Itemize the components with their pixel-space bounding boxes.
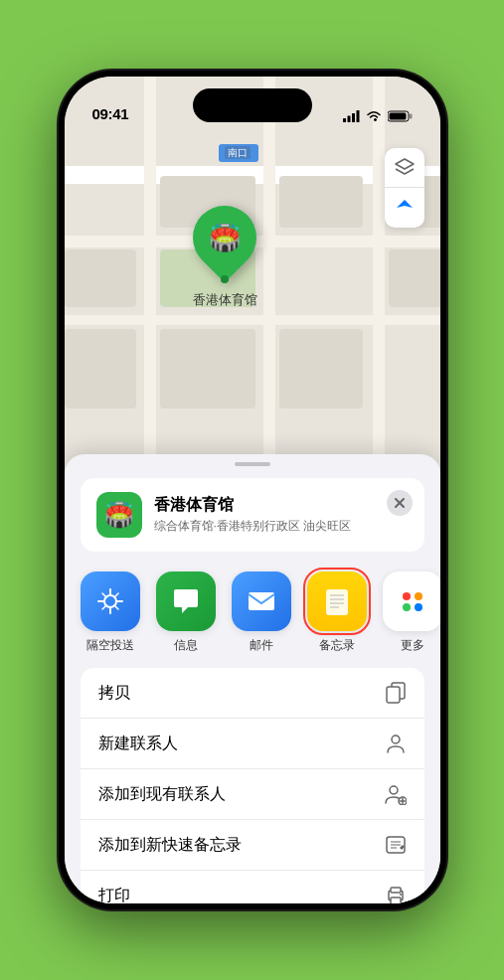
- quick-notes-icon: [385, 834, 407, 856]
- more-apps[interactable]: 更多: [383, 572, 440, 654]
- svg-rect-1: [347, 116, 350, 123]
- airdrop-icon: [94, 585, 126, 617]
- phone-frame: 09:41: [59, 71, 446, 909]
- action-quick-notes[interactable]: 添加到新快速备忘录: [81, 820, 424, 871]
- close-icon: [395, 498, 405, 508]
- battery-icon: [388, 110, 413, 122]
- venue-name: 香港体育馆: [154, 495, 409, 516]
- signal-icon: [343, 110, 360, 122]
- svg-rect-6: [389, 113, 406, 120]
- svg-rect-3: [356, 110, 359, 122]
- copy-icon: [385, 682, 407, 704]
- venue-card: 🏟️ 香港体育馆 综合体育馆·香港特别行政区 油尖旺区: [81, 478, 424, 552]
- mail-label: 邮件: [250, 637, 273, 654]
- airdrop-label: 隔空投送: [86, 637, 134, 654]
- venue-info: 香港体育馆 综合体育馆·香港特别行政区 油尖旺区: [154, 495, 409, 535]
- location-arrow-icon: [395, 198, 415, 218]
- print-icon: [385, 885, 407, 903]
- quick-notes-label: 添加到新快速备忘录: [98, 835, 242, 856]
- pin-label: 香港体育馆: [193, 291, 257, 309]
- svg-rect-5: [410, 114, 413, 119]
- action-add-contact[interactable]: 添加到现有联系人: [81, 769, 424, 820]
- share-app-messages[interactable]: 信息: [156, 572, 216, 654]
- venue-icon: 🏟️: [96, 492, 142, 538]
- svg-rect-0: [343, 118, 346, 122]
- action-print[interactable]: 打印: [81, 871, 424, 903]
- action-list: 拷贝 新建联系人 添加到现有联系人: [81, 668, 424, 903]
- svg-point-30: [400, 894, 402, 896]
- share-app-mail[interactable]: 邮件: [232, 572, 291, 654]
- svg-rect-29: [391, 888, 401, 893]
- dynamic-island: [193, 88, 312, 122]
- mail-icon: [246, 585, 277, 617]
- svg-rect-17: [387, 687, 400, 703]
- more-apps-label: 更多: [401, 637, 424, 654]
- print-label: 打印: [98, 886, 130, 904]
- share-apps-row: 隔空投送 信息: [65, 564, 440, 658]
- messages-label: 信息: [174, 637, 198, 654]
- notes-label: 备忘录: [319, 637, 355, 654]
- close-button[interactable]: [387, 490, 413, 516]
- new-contact-icon: [385, 733, 407, 754]
- svg-rect-11: [326, 589, 348, 615]
- bottom-sheet: 🏟️ 香港体育馆 综合体育馆·香港特别行政区 油尖旺区: [65, 454, 440, 903]
- svg-point-18: [392, 735, 400, 743]
- notes-icon: [321, 585, 353, 617]
- location-pin: 🏟️ 香港体育馆: [193, 206, 257, 309]
- map-controls: [385, 148, 424, 228]
- map-background: 南口 🏟: [65, 77, 440, 494]
- svg-point-19: [390, 786, 398, 794]
- share-app-airdrop[interactable]: 隔空投送: [81, 572, 140, 654]
- map-location-button[interactable]: [385, 188, 424, 228]
- phone-screen: 09:41: [65, 77, 440, 903]
- svg-rect-10: [249, 592, 274, 610]
- status-time: 09:41: [92, 105, 129, 122]
- share-app-notes[interactable]: 备忘录: [307, 572, 367, 654]
- map-layers-button[interactable]: [385, 148, 424, 188]
- sheet-handle: [235, 462, 270, 466]
- svg-rect-28: [391, 898, 401, 903]
- add-contact-label: 添加到现有联系人: [98, 784, 226, 805]
- action-new-contact[interactable]: 新建联系人: [81, 719, 424, 769]
- action-copy[interactable]: 拷贝: [81, 668, 424, 719]
- map-label: 南口: [219, 144, 258, 162]
- wifi-icon: [366, 110, 382, 122]
- messages-icon: [170, 585, 202, 617]
- layers-icon: [394, 157, 416, 179]
- svg-rect-2: [352, 113, 355, 122]
- new-contact-label: 新建联系人: [98, 734, 178, 754]
- venue-description: 综合体育馆·香港特别行政区 油尖旺区: [154, 518, 409, 535]
- copy-label: 拷贝: [98, 683, 130, 704]
- add-contact-icon: [385, 783, 407, 805]
- status-icons: [343, 110, 413, 122]
